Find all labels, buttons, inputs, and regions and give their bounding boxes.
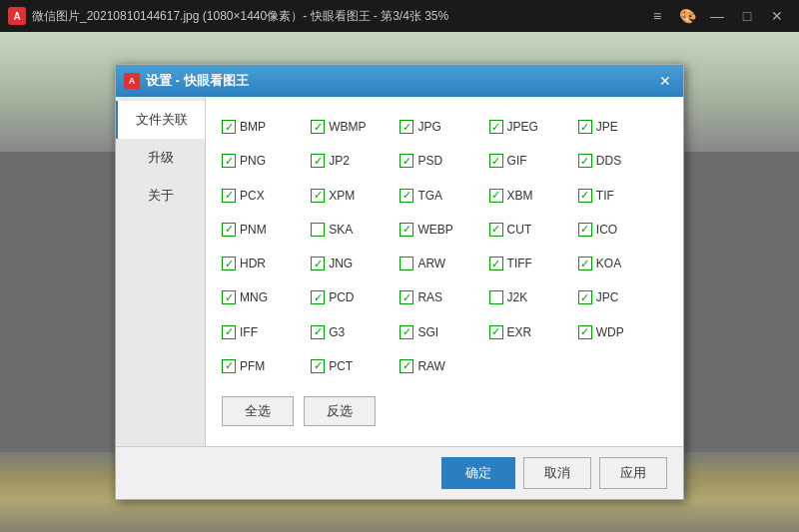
checkbox-item-jpe[interactable]: JPE	[578, 113, 663, 141]
checkbox-box-hdr[interactable]	[222, 257, 236, 270]
checkbox-item-mng[interactable]: MNG	[222, 283, 307, 311]
checkbox-box-wbmp[interactable]	[311, 120, 325, 134]
checkbox-item-hdr[interactable]: HDR	[222, 250, 307, 277]
checkbox-box-jpe[interactable]	[578, 120, 592, 134]
checkbox-item-dds[interactable]: DDS	[578, 147, 663, 175]
checkbox-box-jpc[interactable]	[578, 290, 592, 304]
checkbox-item-tiff[interactable]: TIFF	[489, 250, 574, 277]
skin-button[interactable]: 🎨	[673, 4, 701, 28]
checkbox-box-raw[interactable]	[400, 359, 413, 373]
checkbox-box-iff[interactable]	[222, 325, 236, 339]
checkbox-item-webp[interactable]: WEBP	[400, 216, 484, 244]
checkbox-label-pcx: PCX	[240, 189, 265, 203]
checkbox-box-pcd[interactable]	[311, 290, 325, 304]
checkbox-item-gif[interactable]: GIF	[489, 147, 574, 175]
checkbox-item-pcx[interactable]: PCX	[222, 182, 307, 210]
checkbox-item-wbmp[interactable]: WBMP	[311, 113, 396, 141]
sidebar-item-upgrade[interactable]: 升级	[116, 139, 205, 177]
maximize-button[interactable]: □	[733, 4, 761, 28]
checkbox-box-ska[interactable]	[311, 223, 325, 237]
checkbox-item-ras[interactable]: RAS	[400, 283, 484, 311]
checkbox-box-dds[interactable]	[578, 154, 592, 168]
close-button[interactable]: ✕	[763, 4, 791, 28]
checkbox-label-jpg: JPG	[417, 120, 440, 134]
checkbox-item-arw[interactable]: ARW	[400, 250, 484, 277]
checkbox-item-xbm[interactable]: XBM	[489, 182, 574, 210]
checkbox-item-ska[interactable]: SKA	[311, 216, 396, 244]
checkbox-box-g3[interactable]	[311, 325, 325, 339]
checkbox-label-arw: ARW	[417, 257, 445, 270]
checkbox-item-jpc[interactable]: JPC	[578, 283, 663, 311]
checkbox-box-tiff[interactable]	[489, 257, 503, 270]
checkbox-box-wdp[interactable]	[578, 325, 592, 339]
ok-button[interactable]: 确定	[441, 457, 515, 489]
checkbox-box-webp[interactable]	[400, 223, 413, 237]
checkbox-box-arw[interactable]	[400, 257, 413, 270]
checkbox-item-wdp[interactable]: WDP	[578, 318, 663, 346]
checkbox-box-xpm[interactable]	[311, 189, 325, 203]
menu-button[interactable]: ≡	[643, 4, 671, 28]
select-all-button[interactable]: 全选	[222, 396, 294, 426]
checkbox-box-pfm[interactable]	[222, 359, 236, 373]
checkbox-item-koa[interactable]: KOA	[578, 250, 663, 277]
checkbox-label-webp: WEBP	[417, 223, 452, 237]
checkbox-item-pcd[interactable]: PCD	[311, 283, 396, 311]
sidebar-item-about[interactable]: 关于	[116, 177, 205, 215]
checkbox-item-jng[interactable]: JNG	[311, 250, 396, 277]
checkbox-label-xpm: XPM	[329, 189, 355, 203]
checkbox-item-jpeg[interactable]: JPEG	[489, 113, 574, 141]
checkbox-label-ras: RAS	[417, 290, 442, 304]
checkbox-box-pnm[interactable]	[222, 223, 236, 237]
checkbox-box-cut[interactable]	[489, 223, 503, 237]
checkbox-box-tif[interactable]	[578, 189, 592, 203]
checkbox-box-tga[interactable]	[400, 189, 413, 203]
checkbox-item-sgi[interactable]: SGI	[400, 318, 484, 346]
checkbox-box-psd[interactable]	[400, 154, 413, 168]
checkbox-item-ico[interactable]: ICO	[578, 216, 663, 244]
checkbox-box-pcx[interactable]	[222, 189, 236, 203]
checkbox-box-jng[interactable]	[311, 257, 325, 270]
checkbox-box-koa[interactable]	[578, 257, 592, 270]
cancel-button[interactable]: 取消	[523, 457, 591, 489]
checkbox-item-jp2[interactable]: JP2	[311, 147, 396, 175]
checkbox-item-tif[interactable]: TIF	[578, 182, 663, 210]
invert-button[interactable]: 反选	[304, 396, 376, 426]
checkbox-label-dds: DDS	[596, 154, 621, 168]
checkbox-item-exr[interactable]: EXR	[489, 318, 574, 346]
checkbox-item-xpm[interactable]: XPM	[311, 182, 396, 210]
checkbox-item-j2k[interactable]: J2K	[489, 283, 574, 311]
checkbox-box-j2k[interactable]	[489, 290, 503, 304]
checkbox-box-jpg[interactable]	[400, 120, 413, 134]
checkbox-box-xbm[interactable]	[489, 189, 503, 203]
checkbox-box-mng[interactable]	[222, 290, 236, 304]
checkbox-item-tga[interactable]: TGA	[400, 182, 484, 210]
checkbox-item-pct[interactable]: PCT	[311, 352, 396, 380]
apply-button[interactable]: 应用	[599, 457, 667, 489]
checkbox-item-g3[interactable]: G3	[311, 318, 396, 346]
checkbox-item-png[interactable]: PNG	[222, 147, 307, 175]
checkbox-box-png[interactable]	[222, 154, 236, 168]
checkbox-item-raw[interactable]: RAW	[400, 352, 484, 380]
dialog-close-button[interactable]: ✕	[655, 71, 675, 91]
checkbox-item-jpg[interactable]: JPG	[400, 113, 484, 141]
checkbox-box-ras[interactable]	[400, 290, 413, 304]
checkbox-item-pnm[interactable]: PNM	[222, 216, 307, 244]
checkbox-box-bmp[interactable]	[222, 120, 236, 134]
checkbox-box-exr[interactable]	[489, 325, 503, 339]
checkbox-label-jng: JNG	[329, 257, 353, 270]
minimize-button[interactable]: —	[703, 4, 731, 28]
window-controls: ≡ 🎨 — □ ✕	[643, 4, 791, 28]
checkbox-label-wbmp: WBMP	[329, 120, 366, 134]
checkbox-box-sgi[interactable]	[400, 325, 413, 339]
checkbox-item-psd[interactable]: PSD	[400, 147, 484, 175]
checkbox-box-gif[interactable]	[489, 154, 503, 168]
checkbox-box-ico[interactable]	[578, 223, 592, 237]
checkbox-item-bmp[interactable]: BMP	[222, 113, 307, 141]
sidebar-item-file-assoc[interactable]: 文件关联	[116, 101, 205, 139]
checkbox-box-jpeg[interactable]	[489, 120, 503, 134]
checkbox-item-iff[interactable]: IFF	[222, 318, 307, 346]
checkbox-item-pfm[interactable]: PFM	[222, 352, 307, 380]
checkbox-item-cut[interactable]: CUT	[489, 216, 574, 244]
checkbox-box-jp2[interactable]	[311, 154, 325, 168]
checkbox-box-pct[interactable]	[311, 359, 325, 373]
